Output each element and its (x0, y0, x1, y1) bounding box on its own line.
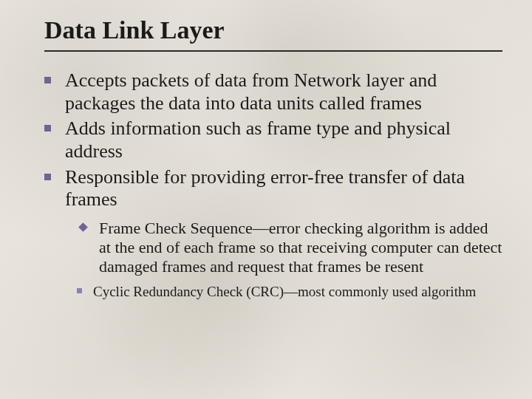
bullet-text: Responsible for providing error-free tra… (65, 166, 502, 211)
slide-body: Accepts packets of data from Network lay… (44, 69, 502, 301)
bullet-list-level-1: Accepts packets of data from Network lay… (44, 69, 502, 211)
title-underline (44, 50, 502, 52)
bullet-list-level-3: Cyclic Redundancy Check (CRC)—most commo… (77, 284, 502, 301)
slide-title: Data Link Layer (44, 16, 502, 44)
bullet-list-level-2: Frame Check Sequence—error checking algo… (80, 219, 502, 276)
list-item: Responsible for providing error-free tra… (44, 166, 502, 211)
square-bullet-icon (44, 117, 65, 132)
bullet-text: Adds information such as frame type and … (65, 117, 502, 163)
list-item: Cyclic Redundancy Check (CRC)—most commo… (77, 284, 502, 301)
bullet-text: Accepts packets of data from Network lay… (65, 69, 502, 115)
slide: Data Link Layer Accepts packets of data … (0, 0, 532, 316)
square-bullet-icon (44, 69, 65, 83)
bullet-text: Cyclic Redundancy Check (CRC)—most commo… (93, 284, 502, 301)
list-item: Frame Check Sequence—error checking algo… (80, 219, 502, 276)
diamond-bullet-icon (80, 219, 99, 231)
bullet-text: Frame Check Sequence—error checking algo… (99, 219, 502, 276)
list-item: Accepts packets of data from Network lay… (44, 69, 502, 115)
square-bullet-icon (77, 284, 93, 293)
square-bullet-icon (44, 166, 65, 180)
list-item: Adds information such as frame type and … (44, 117, 502, 163)
